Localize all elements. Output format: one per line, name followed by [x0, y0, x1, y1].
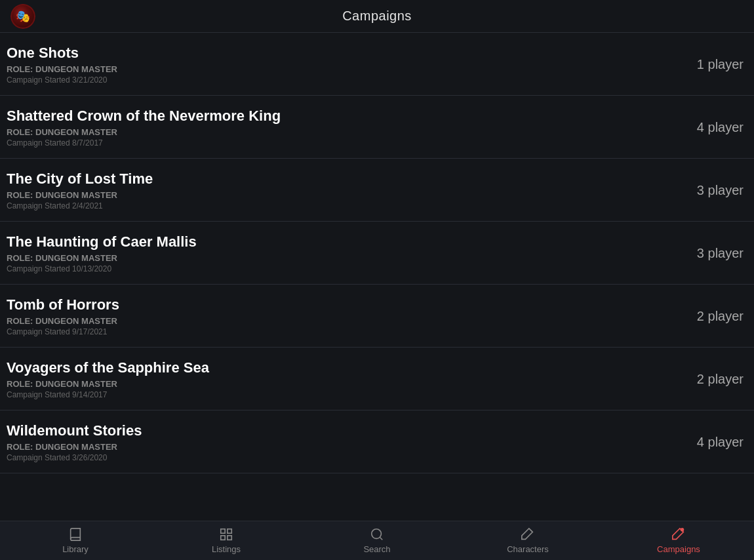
campaign-player-count: 2 player — [671, 372, 744, 387]
campaign-date: Campaign Started 3/21/2020 — [7, 75, 671, 85]
svg-rect-0 — [221, 529, 225, 533]
campaign-date: Campaign Started 10/13/2020 — [7, 264, 671, 273]
campaign-list: One Shots Role: DUNGEON MASTER Campaign … — [0, 33, 754, 521]
bottom-nav: Library Listings Search Characters Campa… — [0, 521, 754, 560]
characters-icon — [521, 527, 535, 542]
svg-point-4 — [372, 529, 382, 539]
characters-label: Characters — [507, 544, 549, 554]
svg-rect-2 — [221, 536, 225, 540]
nav-item-search[interactable]: Search — [302, 521, 452, 560]
campaign-player-count: 3 player — [671, 246, 744, 261]
svg-point-6 — [681, 528, 685, 532]
campaign-date: Campaign Started 3/26/2020 — [7, 453, 671, 462]
page-title: Campaigns — [342, 9, 412, 24]
search-icon — [370, 527, 384, 542]
campaign-role: Role: DUNGEON MASTER — [7, 442, 671, 452]
nav-item-characters[interactable]: Characters — [452, 521, 603, 560]
campaign-info: One Shots Role: DUNGEON MASTER Campaign … — [7, 45, 671, 85]
campaign-role: Role: DUNGEON MASTER — [7, 316, 671, 326]
app-header: 🎭 Campaigns — [0, 0, 754, 33]
campaign-player-count: 1 player — [671, 57, 744, 72]
nav-item-library[interactable]: Library — [0, 521, 151, 560]
campaign-info: Tomb of Horrors Role: DUNGEON MASTER Cam… — [7, 296, 671, 336]
library-icon — [68, 527, 83, 542]
campaign-name: The City of Lost Time — [7, 170, 671, 188]
logo-icon: 🎭 — [16, 9, 30, 24]
campaign-info: The City of Lost Time Role: DUNGEON MAST… — [7, 170, 671, 210]
campaign-info: Shattered Crown of the Nevermore King Ro… — [7, 108, 671, 148]
listings-icon — [219, 527, 233, 542]
campaign-info: The Haunting of Caer Mallis Role: DUNGEO… — [7, 233, 671, 273]
svg-rect-3 — [228, 536, 231, 540]
campaign-player-count: 4 player — [671, 435, 744, 450]
library-label: Library — [62, 544, 89, 554]
campaigns-label: Campaigns — [657, 544, 700, 554]
nav-item-campaigns[interactable]: Campaigns — [603, 521, 754, 560]
campaign-item[interactable]: Wildemount Stories Role: DUNGEON MASTER … — [0, 410, 754, 473]
campaign-player-count: 3 player — [671, 183, 744, 198]
campaigns-icon — [671, 527, 686, 542]
campaign-name: One Shots — [7, 45, 671, 62]
campaign-item[interactable]: Tomb of Horrors Role: DUNGEON MASTER Cam… — [0, 285, 754, 348]
campaign-name: Tomb of Horrors — [7, 296, 671, 313]
campaign-name: Shattered Crown of the Nevermore King — [7, 108, 671, 125]
campaign-name: Wildemount Stories — [7, 422, 671, 439]
campaign-item[interactable]: Voyagers of the Sapphire Sea Role: DUNGE… — [0, 348, 754, 410]
svg-rect-1 — [228, 529, 231, 533]
nav-item-listings[interactable]: Listings — [151, 521, 302, 560]
listings-label: Listings — [212, 544, 241, 554]
campaign-name: Voyagers of the Sapphire Sea — [7, 359, 671, 376]
campaign-date: Campaign Started 2/4/2021 — [7, 201, 671, 210]
campaign-item[interactable]: The Haunting of Caer Mallis Role: DUNGEO… — [0, 222, 754, 285]
campaign-player-count: 4 player — [671, 120, 744, 135]
campaign-role: Role: DUNGEON MASTER — [7, 127, 671, 137]
campaign-date: Campaign Started 9/17/2021 — [7, 327, 671, 336]
campaign-role: Role: DUNGEON MASTER — [7, 190, 671, 200]
campaign-date: Campaign Started 9/14/2017 — [7, 390, 671, 399]
campaign-role: Role: DUNGEON MASTER — [7, 64, 671, 74]
campaign-item[interactable]: Shattered Crown of the Nevermore King Ro… — [0, 96, 754, 159]
campaign-info: Voyagers of the Sapphire Sea Role: DUNGE… — [7, 359, 671, 399]
app-logo[interactable]: 🎭 — [10, 4, 35, 29]
svg-line-5 — [380, 537, 382, 540]
campaign-date: Campaign Started 8/7/2017 — [7, 138, 671, 148]
campaign-name: The Haunting of Caer Mallis — [7, 233, 671, 250]
campaign-role: Role: DUNGEON MASTER — [7, 253, 671, 263]
campaign-item[interactable]: The City of Lost Time Role: DUNGEON MAST… — [0, 159, 754, 222]
search-label: Search — [363, 544, 390, 554]
campaign-item[interactable]: One Shots Role: DUNGEON MASTER Campaign … — [0, 33, 754, 96]
campaign-role: Role: DUNGEON MASTER — [7, 379, 671, 389]
campaign-player-count: 2 player — [671, 309, 744, 324]
campaign-info: Wildemount Stories Role: DUNGEON MASTER … — [7, 422, 671, 462]
